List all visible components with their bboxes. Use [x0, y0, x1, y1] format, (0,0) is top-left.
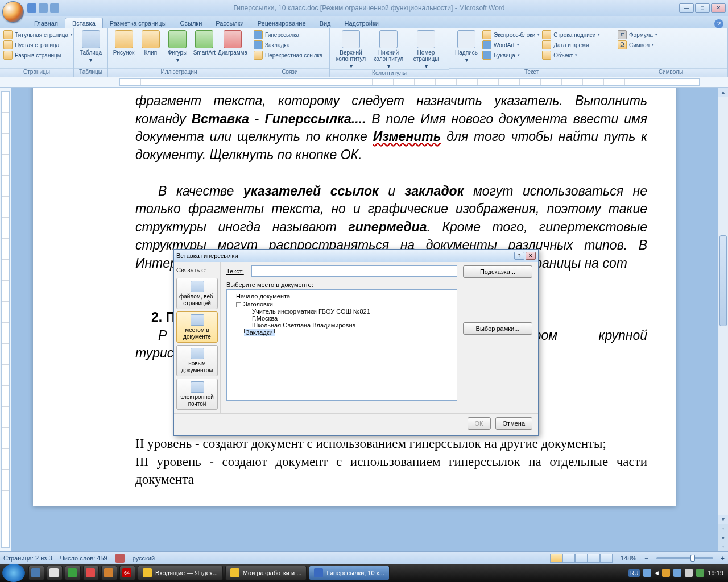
quickparts-button[interactable]: Экспресс-блоки▾: [482, 30, 540, 39]
pinned-app[interactable]: [83, 566, 99, 580]
tray-icon[interactable]: [643, 569, 651, 577]
tab-page-layout[interactable]: Разметка страницы: [103, 18, 173, 28]
next-page-icon[interactable]: ◦: [718, 542, 728, 551]
object-button[interactable]: Объект▾: [542, 51, 600, 60]
start-button[interactable]: [2, 564, 25, 582]
status-words[interactable]: Число слов: 459: [60, 555, 107, 562]
cross-reference-button[interactable]: Перекрестная ссылка: [254, 51, 322, 60]
tab-mailings[interactable]: Рассылки: [209, 18, 250, 28]
zoom-slider[interactable]: [656, 557, 713, 559]
taskbar-item[interactable]: Гиперссылки, 10 к...: [309, 566, 389, 580]
tab-insert[interactable]: Вставка: [65, 18, 103, 28]
scroll-down-icon[interactable]: ▼: [718, 515, 728, 524]
target-frame-button[interactable]: Выбор рамки...: [463, 322, 532, 335]
status-page[interactable]: Страница: 2 из 3: [3, 555, 52, 562]
outline-view[interactable]: [588, 554, 600, 563]
footer-button[interactable]: Нижний колонтитул▾: [371, 30, 406, 69]
signature-button[interactable]: Строка подписи▾: [542, 30, 600, 39]
chart-button[interactable]: Диаграмма: [219, 30, 246, 56]
horizontal-ruler[interactable]: [0, 77, 728, 88]
equation-button[interactable]: πФормула▾: [618, 30, 657, 39]
office-button[interactable]: [2, 1, 24, 23]
tab-review[interactable]: Рецензирование: [251, 18, 313, 28]
pinned-app[interactable]: [28, 566, 44, 580]
link-to-newdoc-button[interactable]: новым документом: [176, 345, 218, 376]
web-view[interactable]: [575, 554, 588, 563]
language-indicator[interactable]: RU: [628, 569, 640, 577]
cover-page-button[interactable]: Титульная страница▾: [3, 30, 73, 39]
undo-icon[interactable]: [39, 3, 48, 13]
picture-button[interactable]: Рисунок: [111, 30, 136, 56]
zoom-out-button[interactable]: −: [644, 555, 648, 562]
datetime-button[interactable]: Дата и время: [542, 40, 600, 49]
spellcheck-icon[interactable]: [115, 554, 125, 563]
tab-references[interactable]: Ссылки: [173, 18, 209, 28]
tray-expand-icon[interactable]: ◀: [655, 570, 659, 576]
pinned-app[interactable]: 64: [119, 566, 135, 580]
shapes-button[interactable]: Фигуры▾: [166, 30, 190, 63]
taskbar-item[interactable]: Мои разработки и ...: [225, 566, 307, 580]
header-button[interactable]: Верхний колонтитул▾: [333, 30, 369, 69]
link-to-place-button[interactable]: местом в документе: [176, 311, 218, 343]
prev-page-icon[interactable]: ◦: [718, 524, 728, 533]
tree-headings[interactable]: –Заголовки: [230, 300, 453, 308]
page-break-button[interactable]: Разрыв страницы: [3, 51, 73, 60]
symbol-button[interactable]: ΩСимвол▾: [618, 40, 657, 49]
tab-view[interactable]: Вид: [313, 18, 338, 28]
tree-top[interactable]: Начало документа: [230, 292, 453, 300]
dialog-help-button[interactable]: ?: [514, 252, 524, 260]
fullscreen-view[interactable]: [562, 554, 575, 563]
blank-page-button[interactable]: Пустая страница: [3, 40, 73, 49]
tree-bookmarks[interactable]: Закладки: [230, 329, 453, 336]
network-icon[interactable]: [673, 569, 681, 577]
ok-button[interactable]: ОК: [468, 417, 491, 430]
zoom-thumb[interactable]: [690, 555, 695, 562]
pinned-app[interactable]: [101, 566, 117, 580]
vertical-ruler[interactable]: [0, 88, 11, 551]
clock[interactable]: 19:19: [708, 569, 723, 576]
tree-item[interactable]: Учитель информатики ГБОУ СОШ №821: [230, 308, 453, 315]
browse-object-icon[interactable]: ●: [718, 533, 728, 542]
dialog-titlebar[interactable]: Вставка гиперссылки ? ✕: [174, 250, 538, 262]
page-number-button[interactable]: Номер страницы▾: [408, 30, 444, 69]
wordart-button[interactable]: WordArt▾: [482, 40, 540, 49]
clipart-button[interactable]: Клип: [138, 30, 163, 56]
tree-item[interactable]: Школьная Светлана Владимировна: [230, 322, 453, 329]
tab-addins[interactable]: Надстройки: [338, 18, 386, 28]
print-layout-view[interactable]: [550, 554, 562, 563]
bookmark-button[interactable]: Закладка: [254, 40, 322, 49]
tray-icon[interactable]: [696, 569, 704, 577]
redo-icon[interactable]: [50, 3, 59, 13]
cancel-button[interactable]: Отмена: [495, 417, 532, 430]
display-text-input[interactable]: [251, 265, 457, 277]
pinned-app[interactable]: [65, 566, 81, 580]
link-to-file-button[interactable]: файлом, веб-страницей: [176, 278, 218, 309]
volume-icon[interactable]: [685, 569, 693, 577]
tab-home[interactable]: Главная: [27, 18, 65, 28]
hyperlink-button[interactable]: Гиперссылка: [254, 30, 322, 39]
taskbar-item[interactable]: Входящие — Яндек...: [138, 566, 223, 580]
tray-icon[interactable]: [662, 569, 670, 577]
maximize-button[interactable]: □: [695, 3, 710, 13]
link-to-email-button[interactable]: электронной почтой: [176, 379, 218, 410]
scroll-up-icon[interactable]: ▲: [718, 88, 728, 97]
vertical-scrollbar[interactable]: ▲ ▼ ◦ ● ◦: [718, 88, 728, 551]
pinned-app[interactable]: [47, 566, 63, 580]
zoom-in-button[interactable]: +: [721, 555, 725, 562]
close-button[interactable]: ✕: [711, 3, 726, 13]
table-button[interactable]: Таблица▾: [77, 30, 104, 63]
minimize-button[interactable]: —: [679, 3, 694, 13]
zoom-level[interactable]: 148%: [621, 555, 636, 562]
draft-view[interactable]: [600, 554, 613, 563]
place-tree[interactable]: Начало документа –Заголовки Учитель инфо…: [226, 289, 457, 401]
save-icon[interactable]: [27, 3, 36, 13]
dropcap-button[interactable]: Буквица▾: [482, 51, 540, 60]
screentip-button[interactable]: Подсказка...: [463, 265, 532, 278]
smartart-button[interactable]: SmartArt: [192, 30, 217, 56]
status-lang[interactable]: русский: [133, 555, 155, 562]
tree-item[interactable]: Г.Москва: [230, 315, 453, 322]
scroll-thumb[interactable]: [719, 235, 727, 326]
help-icon[interactable]: ?: [714, 19, 723, 28]
dialog-close-button[interactable]: ✕: [526, 252, 536, 260]
textbox-button[interactable]: Надпись▾: [453, 30, 480, 63]
